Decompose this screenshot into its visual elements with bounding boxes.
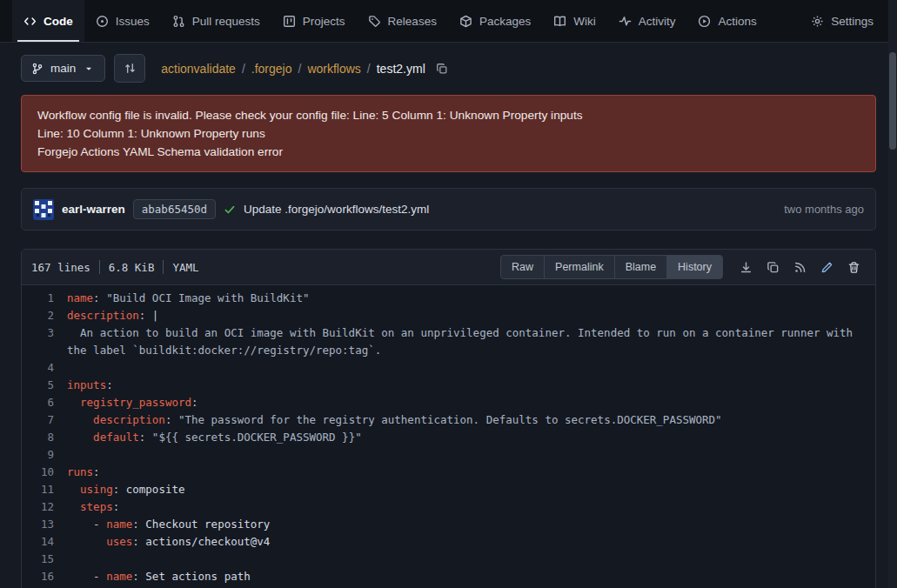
- code-line: 10runs:: [22, 464, 875, 481]
- tab-projects[interactable]: Projects: [271, 0, 357, 42]
- avatar[interactable]: [33, 199, 54, 220]
- tab-actions[interactable]: Actions: [686, 0, 767, 42]
- tab-packages[interactable]: Packages: [448, 0, 542, 42]
- file-action-icons: [733, 255, 866, 279]
- check-icon[interactable]: [224, 204, 236, 216]
- line-number[interactable]: 15: [22, 551, 67, 568]
- line-content: [67, 446, 875, 464]
- rss-icon: [793, 261, 807, 274]
- breadcrumb-separator: /: [298, 62, 301, 76]
- nav-spacer: [768, 0, 800, 42]
- permalink-button[interactable]: Permalink: [544, 255, 615, 279]
- line-content: - name: Checkout repository: [67, 516, 875, 533]
- tab-label: Wiki: [573, 15, 596, 28]
- line-number[interactable]: 2: [22, 307, 67, 324]
- line-content: - name: Set actions path: [67, 568, 875, 585]
- code-line: 14 uses: actions/checkout@v4: [22, 533, 875, 551]
- breadcrumb-current: test2.yml: [377, 62, 425, 76]
- code-line: 1name: "Build OCI Image with BuildKit": [22, 290, 875, 307]
- branch-icon: [31, 63, 44, 75]
- tab-label: Settings: [831, 15, 874, 28]
- branch-selector[interactable]: main: [21, 55, 105, 82]
- copy-path-button[interactable]: [436, 63, 448, 75]
- tab-code[interactable]: Code: [12, 0, 84, 42]
- issue-icon: [96, 15, 109, 28]
- line-number[interactable]: 9: [22, 446, 67, 464]
- file-lines-count: 167 lines: [31, 261, 90, 274]
- download-icon: [740, 261, 753, 274]
- meta-divider: [163, 260, 164, 274]
- code-line: 8 default: "${{ secrets.DOCKER_PASSWORD …: [22, 429, 875, 446]
- code-line: 15: [22, 551, 875, 568]
- compare-button[interactable]: [114, 54, 145, 83]
- rss-button[interactable]: [787, 255, 812, 279]
- tab-pull-requests[interactable]: Pull requests: [161, 0, 271, 42]
- repo-nav: CodeIssuesPull requestsProjectsReleasesP…: [0, 0, 897, 43]
- breadcrumb-separator: /: [242, 62, 245, 76]
- history-button[interactable]: History: [666, 255, 723, 279]
- tab-wiki[interactable]: Wiki: [542, 0, 607, 42]
- line-content: description: "The password for the regis…: [67, 411, 875, 429]
- error-line: Workflow config file is invalid. Please …: [37, 106, 860, 124]
- page-scrollbar: [888, 0, 897, 588]
- trash-icon: [847, 261, 860, 274]
- breadcrumb-link[interactable]: workflows: [307, 62, 360, 76]
- tab-label: Actions: [718, 15, 756, 28]
- pencil-button[interactable]: [814, 255, 839, 279]
- breadcrumb: actionvalidate/.forgejo/workflows/test2.…: [161, 62, 425, 76]
- breadcrumb-link[interactable]: actionvalidate: [161, 62, 236, 76]
- gear-icon: [811, 15, 824, 28]
- line-content: using: composite: [67, 481, 875, 498]
- commit-message[interactable]: Update .forgejo/workflows/test2.yml: [244, 203, 429, 216]
- line-content: [67, 551, 875, 568]
- repo-tabs: CodeIssuesPull requestsProjectsReleasesP…: [12, 0, 768, 42]
- line-number[interactable]: 8: [22, 429, 67, 446]
- line-number[interactable]: 3: [22, 324, 67, 359]
- copy-button[interactable]: [760, 255, 785, 279]
- tab-activity[interactable]: Activity: [607, 0, 687, 42]
- line-number[interactable]: 5: [22, 377, 67, 394]
- commit-author[interactable]: earl-warren: [62, 203, 125, 216]
- line-number[interactable]: 14: [22, 533, 67, 551]
- code-line: 7 description: "The password for the reg…: [22, 411, 875, 429]
- file-size: 6.8 KiB: [109, 261, 155, 274]
- error-banner: Workflow config file is invalid. Please …: [21, 95, 876, 172]
- line-number[interactable]: 6: [22, 394, 67, 411]
- tab-releases[interactable]: Releases: [357, 0, 448, 42]
- commit-time: two months ago: [784, 203, 864, 216]
- error-line: Forgejo Actions YAML Schema validation e…: [37, 143, 860, 161]
- tab-settings[interactable]: Settings: [800, 0, 885, 42]
- commit-hash[interactable]: abab65450d: [133, 199, 216, 219]
- file-meta: 167 lines 6.8 KiB YAML: [31, 260, 199, 274]
- breadcrumb-separator: /: [367, 62, 371, 76]
- line-content: default: "${{ secrets.DOCKER_PASSWORD }}…: [67, 429, 875, 446]
- copy-icon: [766, 261, 780, 274]
- raw-button[interactable]: Raw: [500, 255, 545, 279]
- line-number[interactable]: 16: [22, 568, 67, 585]
- line-number[interactable]: 13: [22, 516, 67, 533]
- line-number[interactable]: 7: [22, 411, 67, 429]
- breadcrumb-link[interactable]: .forgejo: [251, 62, 292, 76]
- file-view-buttons: RawPermalinkBlameHistory: [500, 255, 723, 279]
- line-number[interactable]: 1: [22, 290, 67, 307]
- activity-icon: [619, 15, 632, 28]
- code-line: 12 steps:: [22, 498, 875, 516]
- line-content: uses: actions/checkout@v4: [67, 533, 875, 551]
- trash-button[interactable]: [841, 255, 866, 279]
- line-content: steps:: [67, 498, 875, 516]
- line-number[interactable]: 10: [22, 464, 67, 481]
- scrollbar-thumb[interactable]: [889, 52, 896, 150]
- line-number[interactable]: 4: [22, 359, 67, 377]
- blame-button[interactable]: Blame: [614, 255, 667, 279]
- code-line: 11 using: composite: [22, 481, 875, 498]
- line-content: An action to build an OCI image with Bui…: [67, 324, 875, 359]
- line-number[interactable]: 11: [22, 481, 67, 498]
- tab-label: Releases: [388, 15, 437, 28]
- error-line: Line: 10 Column 1: Unknown Property runs: [37, 124, 860, 143]
- line-number[interactable]: 12: [22, 498, 67, 516]
- code-view: 1name: "Build OCI Image with BuildKit"2d…: [22, 285, 875, 588]
- download-button[interactable]: [733, 255, 758, 279]
- package-icon: [459, 15, 472, 28]
- code-line: 3 An action to build an OCI image with B…: [22, 324, 875, 359]
- tab-issues[interactable]: Issues: [84, 0, 161, 42]
